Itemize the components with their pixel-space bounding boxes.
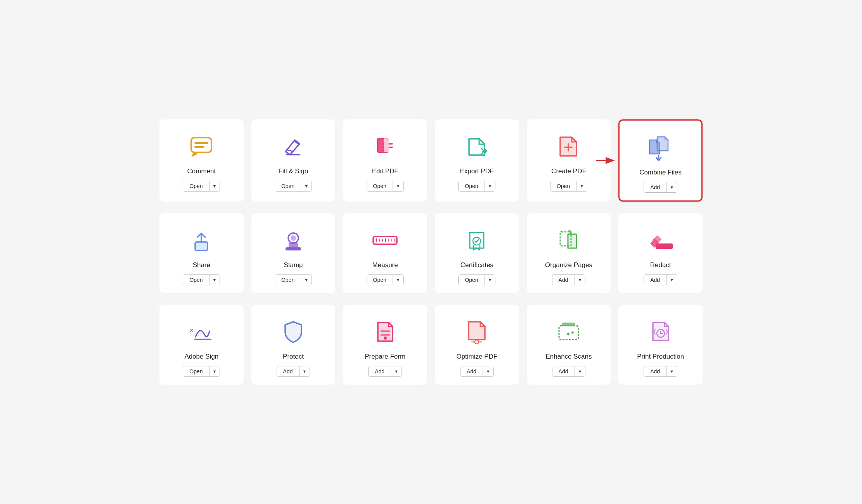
edit-pdf-label: Edit PDF bbox=[372, 167, 398, 175]
protect-icon bbox=[278, 316, 309, 347]
optimize-pdf-button-group: Add▼ bbox=[460, 366, 494, 377]
create-pdf-label: Create PDF bbox=[551, 167, 586, 175]
tool-card-certificates: CertificatesOpen▼ bbox=[435, 213, 519, 293]
tool-card-export-pdf: Export PDFOpen▼ bbox=[435, 119, 519, 202]
redact-main-button[interactable]: Add bbox=[644, 275, 666, 285]
svg-point-23 bbox=[291, 235, 296, 241]
edit-pdf-icon bbox=[370, 131, 401, 162]
redact-label: Redact bbox=[650, 261, 671, 269]
prepare-form-label: Prepare Form bbox=[365, 353, 405, 361]
measure-label: Measure bbox=[372, 261, 398, 269]
share-main-button[interactable]: Open bbox=[183, 275, 209, 285]
adobe-sign-label: Adobe Sign bbox=[184, 353, 218, 361]
stamp-label: Stamp bbox=[284, 261, 303, 269]
edit-pdf-dropdown-button[interactable]: ▼ bbox=[393, 181, 403, 191]
tool-card-optimize-pdf: Optimize PDFAdd▼ bbox=[435, 305, 519, 385]
export-pdf-main-button[interactable]: Open bbox=[459, 181, 484, 191]
svg-rect-24 bbox=[290, 242, 296, 243]
protect-dropdown-button[interactable]: ▼ bbox=[299, 366, 310, 376]
certificates-button-group: Open▼ bbox=[458, 274, 495, 285]
stamp-dropdown-button[interactable]: ▼ bbox=[301, 275, 312, 285]
edit-pdf-button-group: Open▼ bbox=[367, 181, 404, 192]
print-production-button-group: Add▼ bbox=[644, 366, 677, 377]
create-pdf-button-group: Open▼ bbox=[550, 181, 587, 192]
adobe-sign-button-group: Open▼ bbox=[183, 366, 220, 377]
enhance-scans-dropdown-button[interactable]: ▼ bbox=[575, 366, 585, 376]
tool-card-redact: RedactAdd▼ bbox=[618, 213, 703, 293]
share-label: Share bbox=[193, 261, 210, 269]
print-production-icon bbox=[645, 316, 676, 347]
measure-dropdown-button[interactable]: ▼ bbox=[393, 275, 403, 285]
prepare-form-icon bbox=[370, 316, 401, 347]
organize-pages-dropdown-button[interactable]: ▼ bbox=[575, 275, 585, 285]
organize-pages-main-button[interactable]: Add bbox=[552, 275, 575, 285]
stamp-button-group: Open▼ bbox=[275, 274, 312, 285]
enhance-scans-button-group: Add▼ bbox=[552, 366, 586, 377]
optimize-pdf-icon bbox=[461, 316, 492, 347]
share-icon bbox=[186, 225, 217, 256]
redact-dropdown-button[interactable]: ▼ bbox=[666, 275, 677, 285]
svg-text:×: × bbox=[189, 326, 194, 335]
create-pdf-dropdown-button[interactable]: ▼ bbox=[576, 181, 587, 191]
organize-pages-label: Organize Pages bbox=[545, 261, 592, 269]
adobe-sign-dropdown-button[interactable]: ▼ bbox=[209, 366, 220, 376]
protect-label: Protect bbox=[283, 353, 304, 361]
fill-sign-main-button[interactable]: Open bbox=[275, 181, 301, 191]
stamp-main-button[interactable]: Open bbox=[275, 275, 301, 285]
tool-card-combine-files: Combine FilesAdd▼ bbox=[618, 119, 703, 202]
export-pdf-icon bbox=[461, 131, 492, 162]
redact-button-group: Add▼ bbox=[644, 274, 677, 285]
print-production-dropdown-button[interactable]: ▼ bbox=[666, 366, 677, 376]
protect-main-button[interactable]: Add bbox=[277, 366, 299, 376]
enhance-scans-label: Enhance Scans bbox=[545, 353, 592, 361]
comment-button-group: Open▼ bbox=[183, 181, 220, 192]
svg-rect-35 bbox=[656, 243, 673, 249]
enhance-scans-icon: ✦ ✦ bbox=[553, 316, 584, 347]
export-pdf-dropdown-button[interactable]: ▼ bbox=[485, 181, 495, 191]
comment-main-button[interactable]: Open bbox=[183, 181, 209, 191]
fill-sign-icon bbox=[278, 131, 309, 162]
tool-card-enhance-scans: ✦ ✦ Enhance ScansAdd▼ bbox=[527, 305, 611, 385]
measure-main-button[interactable]: Open bbox=[367, 275, 393, 285]
certificates-main-button[interactable]: Open bbox=[459, 275, 484, 285]
create-pdf-main-button[interactable]: Open bbox=[550, 181, 576, 191]
fill-sign-button-group: Open▼ bbox=[275, 181, 312, 192]
tool-card-comment: CommentOpen▼ bbox=[159, 119, 244, 202]
adobe-sign-main-button[interactable]: Open bbox=[183, 366, 209, 376]
optimize-pdf-main-button[interactable]: Add bbox=[460, 366, 483, 376]
comment-dropdown-button[interactable]: ▼ bbox=[209, 181, 220, 191]
prepare-form-dropdown-button[interactable]: ▼ bbox=[391, 366, 402, 376]
tool-card-adobe-sign: × Adobe SignOpen▼ bbox=[159, 305, 244, 385]
tool-card-share: ShareOpen▼ bbox=[159, 213, 244, 293]
stamp-icon bbox=[278, 225, 309, 256]
edit-pdf-main-button[interactable]: Open bbox=[367, 181, 393, 191]
tool-card-protect: ProtectAdd▼ bbox=[251, 305, 336, 385]
tools-grid: CommentOpen▼ Fill & SignOpen▼ Edit PDFOp… bbox=[159, 119, 703, 385]
redact-icon bbox=[645, 225, 676, 256]
svg-rect-10 bbox=[384, 138, 389, 152]
tool-card-prepare-form: Prepare FormAdd▼ bbox=[343, 305, 427, 385]
svg-rect-0 bbox=[191, 138, 211, 152]
svg-rect-45 bbox=[562, 323, 575, 326]
certificates-dropdown-button[interactable]: ▼ bbox=[485, 275, 495, 285]
fill-sign-dropdown-button[interactable]: ▼ bbox=[301, 181, 312, 191]
organize-pages-icon bbox=[553, 225, 584, 256]
print-production-main-button[interactable]: Add bbox=[644, 366, 666, 376]
tool-card-edit-pdf: Edit PDFOpen▼ bbox=[343, 119, 427, 202]
share-dropdown-button[interactable]: ▼ bbox=[209, 275, 220, 285]
organize-pages-button-group: Add▼ bbox=[552, 274, 586, 285]
prepare-form-main-button[interactable]: Add bbox=[369, 366, 391, 376]
combine-files-dropdown-button[interactable]: ▼ bbox=[666, 182, 677, 192]
combine-files-main-button[interactable]: Add bbox=[644, 182, 666, 192]
combine-files-button-group: Add▼ bbox=[644, 182, 677, 193]
print-production-label: Print Production bbox=[637, 353, 684, 361]
measure-icon bbox=[370, 225, 401, 256]
create-pdf-icon bbox=[553, 131, 584, 162]
prepare-form-button-group: Add▼ bbox=[368, 366, 402, 377]
enhance-scans-main-button[interactable]: Add bbox=[552, 366, 575, 376]
share-button-group: Open▼ bbox=[183, 274, 220, 285]
optimize-pdf-dropdown-button[interactable]: ▼ bbox=[483, 366, 493, 376]
export-pdf-label: Export PDF bbox=[460, 167, 494, 175]
tool-card-fill-sign: Fill & SignOpen▼ bbox=[251, 119, 336, 202]
arrow-indicator bbox=[596, 157, 616, 164]
